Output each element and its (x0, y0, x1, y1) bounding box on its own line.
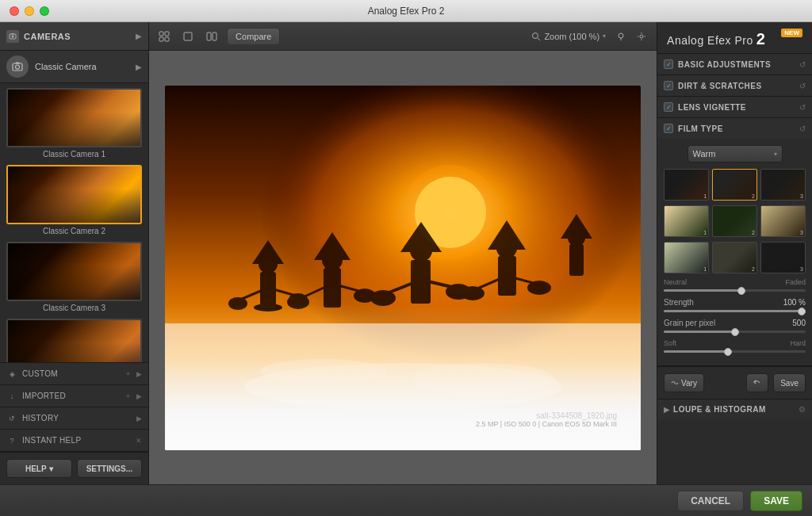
main-layout: CAMERAS ▶ Classic Camera ▶ Classic Camer… (0, 22, 812, 484)
loupe-settings-icon[interactable]: ⚙ (799, 405, 806, 414)
sidebar-cameras-header[interactable]: CAMERAS ▶ (0, 22, 148, 51)
film-type-header[interactable]: ✓ FILM TYPE ↺ (657, 118, 812, 139)
single-view-icon[interactable] (179, 28, 197, 45)
vary-button[interactable]: Vary (664, 373, 704, 392)
film-thumb-3-2[interactable]: 2 (712, 242, 757, 273)
svg-point-55 (244, 363, 561, 411)
basic-adjustments-header[interactable]: ✓ BASIC ADJUSTMENTS ↺ (657, 54, 812, 75)
dirt-scratches-header[interactable]: ✓ DIRT & SCRATCHES ↺ (657, 75, 812, 96)
soft-hard-track[interactable] (664, 350, 806, 353)
window-controls[interactable] (10, 6, 49, 16)
panel-actions: Vary Save (657, 366, 812, 399)
zoom-icon (531, 32, 541, 41)
sidebar-item-instant-help[interactable]: ? INSTANT HELP ✕ (0, 430, 148, 452)
camera-name: Classic Camera (35, 62, 129, 71)
settings-label: SETTINGS... (86, 464, 132, 473)
lens-vignette-reset[interactable]: ↺ (799, 103, 806, 112)
title-bar: Analog Efex Pro 2 (0, 0, 812, 22)
film-type-reset[interactable]: ↺ (799, 124, 806, 133)
save-button[interactable]: SAVE (750, 491, 802, 511)
film-thumb-2-2[interactable]: 2 (712, 205, 757, 237)
split-view-icon[interactable] (203, 28, 220, 45)
film-thumb-2-1[interactable]: 1 (664, 205, 709, 237)
maximize-button[interactable] (40, 6, 49, 16)
film-type-check[interactable]: ✓ (664, 124, 673, 133)
film-dropdown-arrow: ▾ (774, 151, 777, 158)
soft-hard-labels: Soft Hard (664, 339, 806, 347)
camera-label-3: Classic Camera 3 (6, 304, 142, 312)
lens-vignette-header[interactable]: ✓ LENS VIGNETTE ↺ (657, 97, 812, 117)
lens-vignette-check[interactable]: ✓ (664, 102, 673, 112)
view-icon[interactable] (155, 28, 173, 45)
panel-save-label: Save (780, 379, 799, 388)
cameras-label: CAMERAS (24, 32, 131, 41)
film-dropdown-row: Warm ▾ (664, 145, 806, 162)
film-type-dropdown[interactable]: Warm ▾ (688, 145, 783, 162)
camera-thumb-3[interactable] (6, 242, 142, 301)
zoom-control[interactable]: Zoom (100 %) ▾ (531, 32, 606, 41)
undo-icon (753, 379, 761, 387)
imported-add-icon[interactable]: ＋ (124, 391, 132, 401)
film-thumb-3-1[interactable]: 1 (664, 242, 709, 273)
camera-thumb-4[interactable] (6, 319, 142, 362)
sidebar-item-history[interactable]: ↺ HISTORY ▶ (0, 407, 148, 430)
film-thumb-1-1[interactable]: 1 (664, 169, 709, 201)
instant-help-icon: ? (6, 437, 17, 445)
basic-adjustments-reset[interactable]: ↺ (799, 60, 806, 69)
compare-button[interactable]: Compare (227, 28, 280, 45)
strength-track[interactable] (664, 310, 806, 312)
settings-button[interactable]: SETTINGS... (77, 459, 143, 478)
strength-thumb[interactable] (798, 308, 806, 315)
film-thumb-label-2-2: 2 (752, 230, 755, 235)
history-label: HISTORY (22, 414, 132, 422)
settings-icon[interactable] (633, 28, 650, 45)
camera-item-4[interactable] (6, 319, 142, 362)
history-expand-icon: ▶ (136, 415, 142, 422)
sidebar-item-imported[interactable]: ↓ IMPORTED ＋ ▶ (0, 385, 148, 407)
dirt-scratches-check[interactable]: ✓ (664, 81, 673, 90)
grain-track[interactable] (664, 331, 806, 333)
panel-save-button[interactable]: Save (773, 373, 806, 392)
svg-rect-6 (159, 32, 163, 36)
svg-point-43 (370, 290, 396, 306)
camera-item-3[interactable]: Classic Camera 3 (6, 242, 142, 312)
close-button[interactable] (10, 6, 19, 16)
neutral-faded-labels: Neutral Faded (664, 278, 806, 286)
grain-slider-row: Grain per pixel 500 (664, 319, 806, 334)
basic-adjustments-check[interactable]: ✓ (664, 59, 673, 69)
pin-icon[interactable] (612, 28, 630, 45)
cancel-button[interactable]: CANCEL (677, 491, 744, 511)
film-thumb-2-3[interactable]: 3 (760, 205, 806, 237)
camera-avatar (6, 55, 29, 78)
image-area: salt-3344508_1920.jpg 2.5 MP | ISO 500 0… (149, 51, 657, 484)
svg-rect-12 (213, 32, 216, 40)
film-thumb-3-3[interactable]: 3 (760, 242, 806, 273)
neutral-faded-track[interactable] (664, 289, 806, 292)
film-thumb-1-2[interactable]: 2 (712, 169, 757, 201)
film-thumb-1-3[interactable]: 3 (760, 169, 806, 201)
film-thumb-label-3-1: 1 (703, 266, 707, 272)
soft-hard-thumb[interactable] (724, 348, 732, 356)
dirt-scratches-label: DIRT & SCRATCHES (678, 82, 795, 90)
sidebar-item-custom[interactable]: ◈ CUSTOM ＋ ▶ (0, 363, 148, 385)
camera-item-2[interactable]: Classic Camera 2 (6, 165, 142, 235)
film-type-content: Warm ▾ 1 2 3 (657, 139, 812, 365)
zoom-dropdown-arrow[interactable]: ▾ (603, 32, 606, 40)
loupe-histogram-section[interactable]: ▶ LOUPE & HISTOGRAM ⚙ (657, 399, 812, 419)
dirt-scratches-reset[interactable]: ↺ (799, 82, 806, 90)
help-button[interactable]: HELP ▾ (6, 459, 72, 478)
camera-thumb-2[interactable] (6, 165, 142, 224)
camera-item-1[interactable]: Classic Camera 1 (6, 88, 142, 159)
minimize-button[interactable] (25, 6, 34, 16)
bottom-bar: CANCEL SAVE (0, 484, 812, 516)
camera-selector[interactable]: Classic Camera ▶ (0, 51, 148, 83)
grain-thumb[interactable] (731, 328, 739, 336)
svg-point-15 (619, 33, 623, 38)
svg-line-14 (538, 38, 540, 40)
custom-add-icon[interactable]: ＋ (124, 369, 132, 379)
right-panel: Analog Efex Pro 2 NEW ✓ BASIC ADJUSTMENT… (657, 22, 812, 484)
neutral-faded-thumb[interactable] (737, 287, 745, 295)
undo-button[interactable] (746, 373, 768, 392)
svg-point-4 (16, 65, 20, 69)
camera-thumb-1[interactable] (6, 88, 142, 147)
